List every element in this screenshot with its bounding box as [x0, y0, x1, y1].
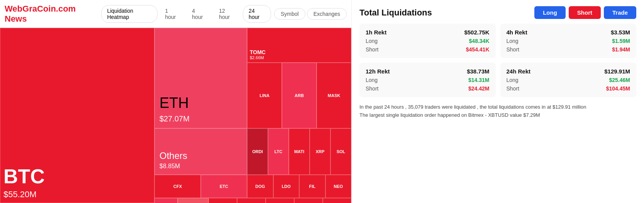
tab-24hour[interactable]: 24 hour	[243, 5, 271, 23]
cell-ft: FT	[266, 198, 294, 203]
stat-card-12h: 12h Rekt $38.73M Long $14.31M Short $24.…	[359, 63, 496, 97]
action-buttons: Long Short Trade	[534, 6, 636, 19]
24h-total: $129.91M	[604, 68, 630, 75]
cell-of: OF	[237, 198, 266, 203]
cell-fil: FIL	[299, 175, 325, 198]
others-cell[interactable]: Others $8.85M	[154, 128, 247, 175]
tab-12hour[interactable]: 12 hour	[213, 5, 241, 23]
12h-short-value: $24.42M	[468, 85, 489, 92]
cell-dog: DOG	[247, 175, 273, 198]
4h-short-label: Short	[507, 46, 519, 53]
12h-total: $38.73M	[467, 68, 489, 75]
heatmap-section: WebGraCoin.com News Liquidation Heatmap …	[0, 0, 351, 203]
info-line2: The largest single liquidation order hap…	[359, 111, 636, 119]
stat-card-4h: 4h Rekt $3.53M Long $1.59M Short $1.94M	[500, 24, 637, 58]
1h-title: 1h Rekt	[366, 29, 386, 36]
cell-arb: ARB	[282, 63, 317, 128]
eth-name: ETH	[159, 95, 242, 111]
panel-header: Total Liquidations Long Short Trade	[359, 6, 636, 19]
tomo-value: $2.66M	[250, 55, 349, 60]
tab-heatmap[interactable]: Liquidation Heatmap	[101, 5, 158, 23]
btc-name: BTC	[3, 165, 151, 188]
cell-etc: ETC	[201, 175, 247, 198]
filter-exchanges[interactable]: Exchanges	[307, 8, 347, 20]
cell-bm: BM	[323, 198, 351, 203]
panel-title: Total Liquidations	[359, 8, 432, 18]
right-column: ETH $27.07M TOMC $2.66M LINA ARB	[154, 28, 351, 203]
tomo-name: TOMC	[250, 49, 349, 55]
24h-long-value: $25.46M	[609, 77, 630, 83]
cell-lina: LINA	[247, 63, 282, 128]
site-logo: WebGraCoin.com News	[5, 4, 94, 24]
short-button[interactable]: Short	[569, 6, 601, 19]
1h-long-label: Long	[366, 38, 378, 44]
info-line1: In the past 24 hours , 35,079 traders we…	[359, 103, 636, 111]
cell-mask: MASK	[317, 63, 351, 128]
4h-short-value: $1.94M	[612, 46, 630, 53]
btc-cell[interactable]: BTC $55.20M	[0, 28, 154, 203]
12h-short-label: Short	[366, 85, 378, 92]
others-name: Others	[159, 150, 242, 161]
4h-total: $3.53M	[611, 29, 630, 36]
info-text: In the past 24 hours , 35,079 traders we…	[359, 103, 636, 119]
24h-title: 24h Rekt	[507, 68, 531, 75]
eth-cell[interactable]: ETH $27.07M	[154, 28, 247, 128]
cell-mati: MATI	[289, 128, 310, 175]
24h-long-label: Long	[507, 77, 519, 83]
heatmap-body: BTC $55.20M ETH $27.07M TOMC $	[0, 28, 351, 203]
long-button[interactable]: Long	[534, 6, 566, 19]
1h-short-value: $454.41K	[466, 46, 490, 53]
tab-1hour[interactable]: 1 hour	[159, 5, 185, 23]
cell-rn: RN	[208, 198, 237, 203]
btc-value: $55.20M	[3, 189, 151, 200]
4h-long-label: Long	[507, 38, 519, 44]
1h-short-label: Short	[366, 46, 378, 53]
12h-long-value: $14.31M	[468, 77, 489, 83]
cell-ldo: LDO	[273, 175, 300, 198]
12h-long-label: Long	[366, 77, 378, 83]
nav-tabs: Liquidation Heatmap 1 hour 4 hour 12 hou…	[101, 5, 271, 23]
filter-symbol[interactable]: Symbol	[274, 8, 305, 20]
cell-10a: 10	[294, 198, 323, 203]
stats-grid: 1h Rekt $502.75K Long $48.34K Short $454…	[359, 24, 636, 97]
trade-button[interactable]: Trade	[604, 6, 636, 19]
stat-card-24h: 24h Rekt $129.91M Long $25.46M Short $10…	[500, 63, 637, 97]
cell-ordi: ORDI	[247, 128, 268, 175]
24h-short-label: Short	[507, 85, 519, 92]
4h-long-value: $1.59M	[612, 38, 630, 44]
others-value: $8.85M	[159, 163, 242, 170]
cell-neo: NEO	[325, 175, 352, 198]
1h-total: $502.75K	[464, 29, 489, 36]
1h-long-value: $48.34K	[469, 38, 490, 44]
cell-ltc: LTC	[268, 128, 289, 175]
liquidations-panel: Total Liquidations Long Short Trade 1h R…	[351, 0, 644, 203]
24h-short-value: $104.45M	[606, 85, 630, 92]
cell-xrp: XRP	[310, 128, 330, 175]
tab-4hour[interactable]: 4 hour	[186, 5, 212, 23]
12h-title: 12h Rekt	[366, 68, 390, 75]
eth-value: $27.07M	[159, 114, 242, 123]
4h-title: 4h Rekt	[507, 29, 527, 36]
filter-tabs: Symbol Exchanges	[274, 8, 347, 20]
cell-sui: SUI	[154, 198, 178, 203]
stat-card-1h: 1h Rekt $502.75K Long $48.34K Short $454…	[359, 24, 496, 58]
cell-sol: SOL	[330, 128, 351, 175]
heatmap-header: WebGraCoin.com News Liquidation Heatmap …	[0, 0, 351, 28]
cell-cfx: CFX	[154, 175, 201, 198]
cell-agix: AGIX	[178, 198, 208, 203]
